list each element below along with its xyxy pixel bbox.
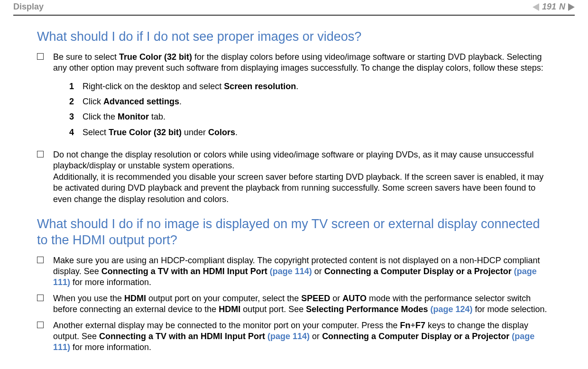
bullet-text: Be sure to select True Color (32 bit) fo… [53,52,551,145]
square-bullet-icon [37,295,44,301]
page-link-114[interactable]: (page 114) [270,267,312,276]
list-item: When you use the HDMI output port on you… [37,293,551,315]
content-body: What should I do if I do not see proper … [13,29,575,353]
bullet-text: Do not change the display resolution or … [53,149,551,205]
square-bullet-icon [37,257,44,263]
bullet-text: Another external display may be connecte… [53,320,551,353]
question-heading-2: What should I do if no image is displaye… [37,216,551,249]
bullet-text: Make sure you are using an HDCP-complian… [53,255,551,288]
page-link-114[interactable]: (page 114) [267,332,310,341]
step-1: 1Right-click on the desktop and select S… [69,79,551,94]
list-item: Do not change the display resolution or … [37,149,551,205]
bullet-text: When you use the HDMI output port on you… [53,293,551,315]
page-indicator: 191 N [533,2,575,12]
header-rule [13,15,575,16]
page-link-124[interactable]: (page 124) [430,304,472,314]
square-bullet-icon [37,151,44,157]
page-number: 191 [542,2,556,12]
step-4: 4Select True Color (32 bit) under Colors… [69,125,551,140]
square-bullet-icon [37,322,44,328]
prev-page-icon[interactable] [533,3,539,11]
square-bullet-icon [37,53,44,60]
step-3: 3Click the Monitor tab. [69,109,551,124]
list-item: Another external display may be connecte… [37,320,551,353]
list-item: Be sure to select True Color (32 bit) fo… [37,52,551,145]
page-letter: N [559,2,565,12]
list-item: Make sure you are using an HDCP-complian… [37,255,551,288]
question-heading-1: What should I do if I do not see proper … [37,29,551,45]
next-page-icon[interactable] [568,3,575,11]
step-2: 2Click Advanced settings. [69,94,551,109]
steps-list: 1Right-click on the desktop and select S… [69,79,551,140]
section-title: Display [13,2,44,12]
page-header: Display 191 N [13,0,575,13]
